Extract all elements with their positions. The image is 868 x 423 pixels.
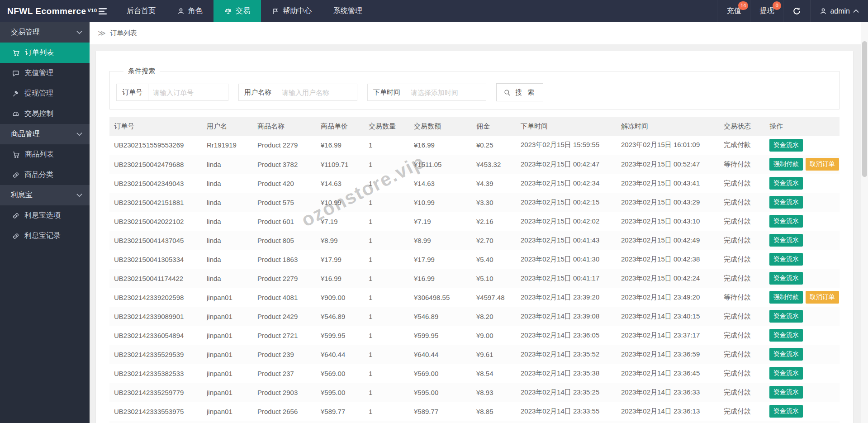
cell-amount: ¥10.99 <box>409 193 472 212</box>
cell-qty: 1 <box>364 231 409 250</box>
cell-order-no: UB2302142335529539 <box>109 345 202 364</box>
table-row: UB2302151559553269Rr191919Product 2279¥1… <box>109 136 840 155</box>
table-row: UB2302150042479688lindaProduct 3782¥1109… <box>109 155 840 174</box>
sidebar-item-trade-control[interactable]: 交易控制 <box>0 104 90 124</box>
fund-flow-button[interactable]: 资金流水 <box>769 215 803 228</box>
app-title: NFWL Ecommerce <box>7 6 86 16</box>
topbar-spacer <box>373 0 717 22</box>
fund-flow-button[interactable]: 资金流水 <box>769 196 803 209</box>
recharge-button[interactable]: 充值 14 <box>717 0 750 22</box>
main-content: 条件搜索 订单号 用户名称 下单时间 搜 索 <box>90 44 861 423</box>
cell-amount: ¥569.00 <box>409 364 472 383</box>
cancel-order-button[interactable]: 取消订单 <box>806 291 839 304</box>
sidebar-item-label: 利息宝选项 <box>24 211 61 220</box>
search-button-label: 搜 索 <box>515 88 536 97</box>
table-header-row: 订单号 用户名 商品名称 商品单价 交易数量 交易数额 佣金 下单时间 解冻时间… <box>109 117 840 136</box>
cell-unfreeze-time: 2023年02月14日 23:37:17 <box>617 326 719 345</box>
sidebar-item-order-list[interactable]: 订单列表 <box>0 43 90 63</box>
cell-amount: ¥546.89 <box>409 307 472 326</box>
chevron-down-icon <box>76 193 82 197</box>
sidebar-group-trade-management[interactable]: 交易管理 <box>0 22 90 43</box>
cell-actions: 强制付款取消订单 <box>765 155 840 174</box>
nav-item-trade[interactable]: 交易 <box>213 0 261 22</box>
fund-flow-button[interactable]: 资金流水 <box>769 386 803 399</box>
cell-order-no: UB2302150041305334 <box>109 250 202 269</box>
sidebar-group-interest-treasure[interactable]: 利息宝 <box>0 185 90 205</box>
cell-actions: 资金流水 <box>765 212 840 231</box>
sidebar-item-withdraw-management[interactable]: 提现管理 <box>0 83 90 104</box>
fund-flow-button[interactable]: 资金流水 <box>769 348 803 361</box>
status-text: 完成付款 <box>719 212 765 231</box>
nav-label: 交易 <box>236 6 250 16</box>
sidebar-item-recharge-management[interactable]: 充值管理 <box>0 63 90 83</box>
col-actions: 操作 <box>765 117 840 136</box>
status-text: 等待付款 <box>719 155 765 174</box>
sidebar-item-interest-records[interactable]: 利息宝记录 <box>0 226 90 246</box>
order-no-field-label: 订单号 <box>116 84 148 101</box>
cell-commission: ¥453.32 <box>472 155 516 174</box>
user-menu[interactable]: admin <box>810 0 868 22</box>
col-qty: 交易数量 <box>364 117 409 136</box>
cell-unfreeze-time: 2023年02月14日 23:40:15 <box>617 307 719 326</box>
sidebar-item-product-category[interactable]: 商品分类 <box>0 165 90 185</box>
table-row: UB2302142223402663jinpan01Product 1115¥6… <box>109 421 840 423</box>
status-text: 完成付款 <box>719 307 765 326</box>
force-pay-button[interactable]: 强制付款 <box>769 158 803 171</box>
sidebar-group-product-management[interactable]: 商品管理 <box>0 124 90 144</box>
force-pay-button[interactable]: 强制付款 <box>769 291 803 304</box>
fund-flow-button[interactable]: 资金流水 <box>769 272 803 285</box>
sidebar-item-interest-options[interactable]: 利息宝选项 <box>0 205 90 226</box>
nav-label: 后台首页 <box>127 6 156 16</box>
cell-amount: ¥699.34 <box>409 421 472 423</box>
nav-item-roles[interactable]: 角色 <box>166 0 213 22</box>
chevron-up-icon <box>853 9 859 13</box>
order-time-input[interactable] <box>406 84 486 101</box>
cell-username: linda <box>202 174 253 193</box>
cell-qty: 1 <box>364 155 409 174</box>
cell-username: linda <box>202 269 253 288</box>
cell-unfreeze-time: 2023年02月14日 23:49:20 <box>617 288 719 307</box>
fund-flow-button[interactable]: 资金流水 <box>769 234 803 247</box>
fund-flow-button[interactable]: 资金流水 <box>769 253 803 266</box>
username-field-group: 用户名称 <box>238 84 357 101</box>
username-input[interactable] <box>277 84 357 101</box>
fund-flow-button[interactable]: 资金流水 <box>769 405 803 418</box>
search-button[interactable]: 搜 索 <box>496 83 543 101</box>
cell-qty: 1 <box>364 269 409 288</box>
cell-amount: ¥16.99 <box>409 269 472 288</box>
cell-unfreeze-time: 2023年02月14日 23:36:33 <box>617 383 719 402</box>
fund-flow-button[interactable]: 资金流水 <box>769 329 803 342</box>
scrollbar-thumb[interactable] <box>862 41 867 177</box>
cell-order-time: 2023年02月14日 23:35:52 <box>516 345 617 364</box>
fund-flow-button[interactable]: 资金流水 <box>769 139 803 152</box>
cell-product: Product 2279 <box>253 136 316 155</box>
cell-actions: 资金流水 <box>765 364 840 383</box>
order-no-input[interactable] <box>148 84 228 101</box>
cell-amount: ¥17.99 <box>409 250 472 269</box>
cell-order-time: 2023年02月14日 23:33:55 <box>516 402 617 421</box>
cell-unfreeze-time: 2023年02月15日 00:43:29 <box>617 193 719 212</box>
table-row: UB2302150042022102lindaProduct 601¥7.191… <box>109 212 840 231</box>
cell-order-time: 2023年02月15日 00:41:30 <box>516 250 617 269</box>
fund-flow-button[interactable]: 资金流水 <box>769 367 803 380</box>
cell-order-no: UB2302150042151881 <box>109 193 202 212</box>
cell-order-time: 2023年02月15日 00:41:43 <box>516 231 617 250</box>
nav-item-help-center[interactable]: 帮助中心 <box>261 0 323 22</box>
nav-item-dashboard[interactable]: 后台首页 <box>116 0 166 22</box>
cell-product: Product 575 <box>253 193 316 212</box>
refresh-button[interactable] <box>783 0 810 22</box>
status-text: 完成付款 <box>719 250 765 269</box>
cell-order-time: 2023年02月15日 00:41:17 <box>516 269 617 288</box>
cancel-order-button[interactable]: 取消订单 <box>806 158 839 171</box>
cell-unfreeze-time: 2023年02月15日 00:43:41 <box>617 174 719 193</box>
nav-item-system[interactable]: 系统管理 <box>323 0 373 22</box>
fund-flow-button[interactable]: 资金流水 <box>769 177 803 190</box>
cell-actions: 资金流水 <box>765 250 840 269</box>
sidebar-item-product-list[interactable]: 商品列表 <box>0 144 90 165</box>
cell-actions: 资金流水 <box>765 383 840 402</box>
withdraw-button[interactable]: 提现 0 <box>750 0 783 22</box>
cell-commission: ¥10.49 <box>472 421 516 423</box>
page-scrollbar[interactable] <box>861 22 868 423</box>
fund-flow-button[interactable]: 资金流水 <box>769 310 803 323</box>
cell-price: ¥599.95 <box>316 326 364 345</box>
